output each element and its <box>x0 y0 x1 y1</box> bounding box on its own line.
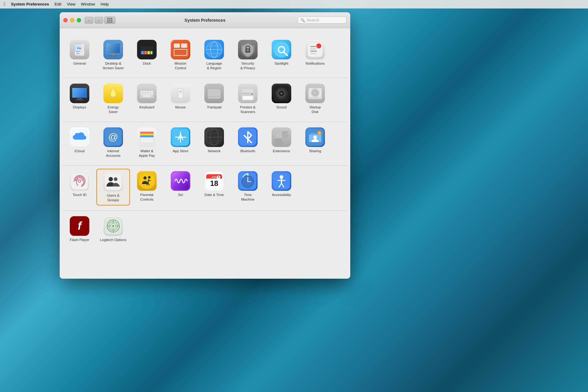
window-title: System Preferences <box>184 18 225 23</box>
accessibility-icon <box>272 171 291 191</box>
svg-text:One: One <box>76 53 79 55</box>
pref-general[interactable]: File New One General <box>63 37 96 73</box>
svg-point-112 <box>114 177 117 181</box>
maximize-button[interactable] <box>77 18 81 22</box>
pref-sound[interactable]: Sound <box>265 81 298 117</box>
desktop-icon <box>103 40 123 59</box>
appstore-label: App Store <box>173 149 188 153</box>
menubar-view[interactable]: View <box>67 2 76 6</box>
pref-spotlight[interactable]: Spotlight <box>265 37 298 73</box>
dock-icon <box>137 40 157 59</box>
pref-security[interactable]: Security& Privacy <box>231 37 265 73</box>
language-label: Language& Region <box>206 61 222 70</box>
wallet-label: Wallet &Apple Pay <box>139 149 155 158</box>
pref-dock[interactable]: Dock <box>130 37 164 73</box>
pref-notifications[interactable]: Notifications <box>298 37 332 73</box>
svg-rect-92 <box>141 138 153 143</box>
svg-point-30 <box>247 49 249 51</box>
menubar-help[interactable]: Help <box>101 2 109 6</box>
extensions-label: Extensions <box>273 149 290 153</box>
svg-rect-16 <box>147 51 150 54</box>
personal-section: File New One General <box>63 34 347 78</box>
pref-usersgroups[interactable]: Users &Groups <box>96 169 130 205</box>
grid-view-button[interactable] <box>104 17 115 24</box>
pref-displays[interactable]: Displays <box>63 81 96 117</box>
apple-menu[interactable]:  <box>4 2 6 7</box>
titlebar: ‹ › System Preferences 🔍 Search <box>60 12 350 28</box>
mouse-icon <box>171 84 190 103</box>
pref-startup[interactable]: StartupDisk <box>298 81 332 117</box>
pref-printers[interactable]: Printers &Scanners <box>231 81 265 117</box>
svg-rect-57 <box>146 93 147 95</box>
pref-sharing[interactable]: ↗ Sharing <box>298 125 332 160</box>
pref-icloud[interactable]: iCloud <box>63 125 96 160</box>
pref-extensions[interactable]: Extensions <box>265 125 298 160</box>
wallet-icon <box>137 127 157 147</box>
pref-desktop[interactable]: Desktop &Screen Saver <box>96 37 130 73</box>
pref-wallet[interactable]: Wallet &Apple Pay <box>130 125 164 160</box>
general-icon: File New One <box>70 40 89 59</box>
back-chevron-icon: ‹ <box>88 18 90 22</box>
svg-rect-60 <box>143 95 151 97</box>
pref-language[interactable]: Language& Region <box>197 37 231 73</box>
search-box[interactable]: 🔍 Search <box>298 17 347 24</box>
pref-datetime[interactable]: JUL 18 Date & Time <box>197 169 231 205</box>
usersgroups-icon <box>103 172 123 191</box>
displays-label: Displays <box>73 105 86 110</box>
forward-chevron-icon: › <box>98 18 99 22</box>
grid-icon <box>107 18 112 23</box>
flash-label: Flash Player <box>70 238 89 242</box>
svg-point-76 <box>280 92 283 95</box>
menubar-window[interactable]: Window <box>81 2 95 6</box>
pref-accessibility[interactable]: Accessibility <box>265 169 298 205</box>
svg-rect-67 <box>242 89 253 93</box>
nav-buttons: ‹ › <box>85 17 103 24</box>
pref-flash[interactable]: f Flash Player <box>63 214 96 245</box>
menubar:  System Preferences Edit View Window He… <box>0 0 588 9</box>
svg-rect-8 <box>106 43 120 53</box>
pref-internet[interactable]: @ InternetAccounts <box>96 125 130 160</box>
pref-keyboard[interactable]: Keyboard <box>130 81 164 117</box>
svg-rect-20 <box>181 43 187 48</box>
pref-siri[interactable]: Siri <box>164 169 197 205</box>
svg-point-113 <box>139 173 155 189</box>
svg-rect-53 <box>148 91 150 92</box>
pref-energy[interactable]: EnergySaver <box>96 81 130 117</box>
internet-label: InternetAccounts <box>106 149 120 158</box>
forward-button[interactable]: › <box>95 17 103 24</box>
menubar-edit[interactable]: Edit <box>54 2 61 6</box>
parental-icon <box>137 171 157 191</box>
touchid-icon <box>70 171 89 191</box>
pref-network[interactable]: Network <box>197 125 231 160</box>
minimize-button[interactable] <box>70 18 74 22</box>
close-button[interactable] <box>63 18 68 22</box>
displays-icon <box>70 84 89 103</box>
pref-timemachine[interactable]: TimeMachine <box>231 169 265 205</box>
svg-point-111 <box>109 177 113 181</box>
svg-point-105 <box>313 135 317 139</box>
trackpad-icon <box>204 84 224 103</box>
desktop-label: Desktop &Screen Saver <box>102 61 124 70</box>
pref-logitech[interactable]: Logitech Options <box>96 214 130 245</box>
security-icon <box>238 40 258 59</box>
pref-bluetooth[interactable]: Bluetooth <box>231 125 265 160</box>
pref-mission[interactable]: MissionControl <box>164 37 197 73</box>
svg-rect-39 <box>310 51 317 52</box>
system-preferences-window: ‹ › System Preferences 🔍 Search <box>60 12 350 279</box>
svg-rect-71 <box>242 93 250 93</box>
pref-parental[interactable]: ParentalControls <box>130 169 164 205</box>
svg-rect-51 <box>143 91 145 92</box>
logitech-icon <box>103 216 123 236</box>
pref-mouse[interactable]: Mouse <box>164 81 197 117</box>
accessibility-label: Accessibility <box>272 193 291 197</box>
startup-label: StartupDisk <box>309 105 321 114</box>
svg-point-47 <box>111 92 116 96</box>
back-button[interactable]: ‹ <box>85 17 93 24</box>
pref-trackpad[interactable]: Trackpad <box>197 81 231 117</box>
svg-rect-62 <box>179 91 182 92</box>
pref-appstore[interactable]: A App Store <box>164 125 197 160</box>
system-section: Touch ID Users &Groups <box>63 166 347 211</box>
printers-icon <box>238 84 258 103</box>
pref-touchid[interactable]: Touch ID <box>63 169 96 205</box>
sharing-label: Sharing <box>309 149 321 153</box>
